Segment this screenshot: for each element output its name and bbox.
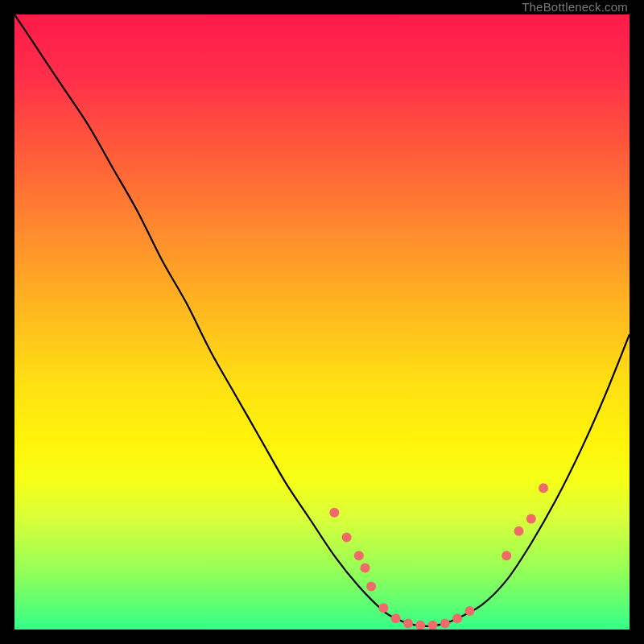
data-point bbox=[354, 551, 364, 560]
data-points bbox=[329, 483, 548, 630]
data-point bbox=[415, 621, 425, 630]
attribution: TheBottleneck.com bbox=[522, 0, 628, 14]
data-point bbox=[329, 508, 339, 518]
data-point bbox=[391, 613, 401, 623]
curve-svg bbox=[14, 14, 630, 630]
data-point bbox=[342, 532, 352, 542]
chart-container: TheBottleneck.com bbox=[0, 0, 644, 644]
data-point bbox=[514, 526, 524, 536]
data-point bbox=[403, 618, 413, 628]
data-point bbox=[428, 621, 438, 630]
bottleneck-curve bbox=[14, 14, 630, 626]
data-point bbox=[452, 613, 462, 623]
data-point bbox=[539, 483, 548, 493]
data-point bbox=[502, 551, 511, 560]
data-point bbox=[361, 564, 370, 573]
data-point bbox=[366, 582, 376, 592]
data-point bbox=[378, 603, 388, 613]
plot-area bbox=[14, 14, 630, 630]
data-point bbox=[464, 606, 474, 616]
data-point bbox=[526, 514, 536, 524]
data-point bbox=[440, 618, 450, 628]
attribution-text: TheBottleneck.com bbox=[522, 0, 628, 14]
